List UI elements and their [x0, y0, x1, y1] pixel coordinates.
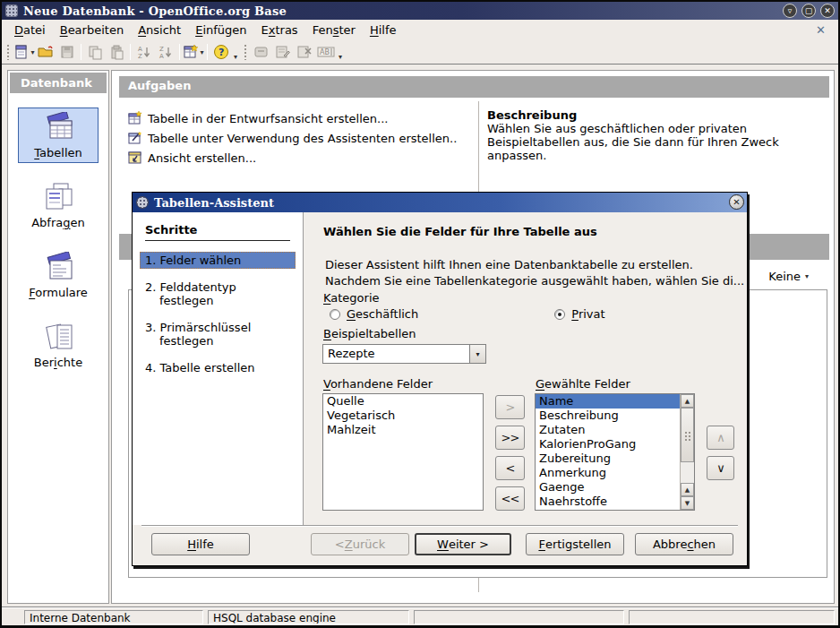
next-button[interactable]: Weiter >	[415, 533, 511, 555]
move-field-up-button[interactable]: ∧	[707, 426, 734, 450]
menu-ansicht[interactable]: Ansicht	[131, 21, 188, 39]
new-database-icon	[13, 44, 30, 60]
task-create-table-design[interactable]: Tabelle in der Entwurfsansicht erstellen…	[128, 108, 457, 128]
new-dropdown-arrow[interactable]: ▾	[30, 48, 34, 56]
list-item[interactable]: Zubereitung	[536, 452, 680, 466]
sidebar-item-label: Berichte	[34, 356, 82, 369]
svg-text:AB: AB	[320, 48, 330, 56]
list-item[interactable]: Quelle	[323, 394, 483, 409]
list-item[interactable]: Anmerkung	[536, 466, 680, 480]
status-cell-empty-2	[629, 610, 835, 624]
step-1-felder-waehlen[interactable]: 1. Felder wählen	[140, 252, 296, 269]
chevron-down-icon: ▾	[805, 272, 809, 280]
sample-tables-combobox[interactable]: Rezepte ▾	[322, 344, 486, 364]
tables-icon	[39, 112, 77, 144]
list-item[interactable]: Beschreibung	[536, 409, 680, 423]
delete-object-button[interactable]	[294, 42, 315, 62]
copy-button[interactable]	[84, 42, 106, 62]
forms-icon	[39, 252, 77, 284]
task-create-view[interactable]: Ansicht erstellen...	[128, 148, 457, 168]
combobox-dropdown-button[interactable]: ▾	[469, 345, 485, 363]
status-database-type: Interne Datenbank	[24, 610, 203, 624]
back-button[interactable]: < Zurück	[311, 533, 409, 555]
toolbar-grip-2[interactable]	[244, 44, 248, 60]
list-item[interactable]: Mahlzeit	[323, 423, 483, 437]
move-field-down-button[interactable]: ∨	[707, 456, 734, 480]
step-3-primaerschluessel[interactable]: 3. Primärschlüssel festlegen	[140, 319, 296, 349]
table-wizard-icon	[128, 131, 142, 145]
menu-extras[interactable]: Extras	[254, 21, 305, 39]
toolbar: ▾	[2, 40, 838, 65]
copy-icon	[88, 45, 103, 60]
radio-geschaeftlich[interactable]: Geschäftlich	[330, 307, 418, 321]
add-all-fields-button[interactable]: >>	[495, 426, 525, 450]
save-button[interactable]	[56, 42, 78, 62]
dialog-close-button[interactable]: ✕	[729, 194, 744, 210]
open-button[interactable]	[35, 42, 56, 62]
sidebar-item-tabellen[interactable]: Tabellen	[18, 108, 99, 163]
menu-datei[interactable]: Datei	[7, 21, 53, 39]
svg-text:?: ?	[219, 47, 224, 58]
toolbar-overflow-arrow[interactable]: ▾	[234, 53, 237, 61]
radio-privat[interactable]: Privat	[554, 307, 604, 321]
remove-all-fields-button[interactable]: <<	[495, 486, 525, 511]
sort-descending-button[interactable]: Z A	[155, 42, 176, 62]
menu-bearbeiten[interactable]: Bearbeiten	[53, 21, 131, 39]
new-database-button[interactable]: ▾	[13, 42, 35, 62]
paste-icon	[109, 45, 124, 60]
scroll-up-icon[interactable]: ▲	[681, 483, 694, 496]
task-create-table-wizard[interactable]: Tabelle unter Verwendung des Assistenten…	[128, 128, 457, 148]
app-icon	[5, 4, 18, 17]
menu-einfuegen[interactable]: Einfügen	[188, 21, 253, 39]
open-database-object-button[interactable]	[251, 42, 272, 62]
list-item[interactable]: Gaenge	[536, 480, 680, 495]
sort-ascending-button[interactable]: A Z	[133, 42, 155, 62]
new-table-design-button[interactable]: ▾	[183, 42, 204, 62]
sidebar-item-berichte[interactable]: Berichte	[18, 317, 99, 373]
close-button[interactable]: ✕	[820, 4, 835, 18]
rename-object-button[interactable]: AB	[315, 42, 337, 62]
selected-fields-list[interactable]: Name Beschreibung Zutaten KalorienProGan…	[535, 393, 695, 511]
list-item[interactable]: KalorienProGang	[536, 437, 680, 452]
maximize-button[interactable]: ▢	[801, 4, 816, 18]
add-field-button[interactable]: >	[495, 395, 525, 419]
step-4-tabelle-erstellen[interactable]: 4. Tabelle erstellen	[140, 359, 296, 376]
table-design-dropdown-arrow[interactable]: ▾	[200, 48, 203, 56]
toolbar-grip[interactable]	[6, 44, 11, 60]
sidebar-item-label: Abfragen	[31, 216, 85, 229]
sidebar-item-formulare[interactable]: Formulare	[18, 247, 99, 303]
svg-text:A: A	[138, 46, 142, 53]
scrollbar-thumb[interactable]	[681, 408, 694, 462]
document-close-icon[interactable]: ✕	[809, 23, 833, 37]
list-scrollbar[interactable]: ▲ ▲ ▼	[680, 394, 694, 510]
help-button[interactable]: ?	[210, 42, 232, 62]
menu-hilfe[interactable]: Hilfe	[363, 21, 404, 39]
preview-dropdown-label: Keine	[768, 270, 801, 283]
application-window: Neue Datenbank - OpenOffice.org Base ▿ ▢…	[0, 0, 840, 628]
preview-dropdown[interactable]: Keine ▾	[768, 270, 809, 283]
finish-button[interactable]: Fertigstellen	[526, 533, 624, 555]
menu-fenster[interactable]: Fenster	[305, 21, 363, 39]
radio-label: Privat	[571, 307, 604, 321]
available-fields-list[interactable]: Quelle Vegetarisch Mahlzeit	[322, 393, 484, 511]
list-item[interactable]: Naehrstoffe	[536, 495, 680, 509]
radio-circle-icon	[330, 309, 340, 320]
help-icon: ?	[213, 44, 229, 60]
svg-text:Z: Z	[138, 53, 142, 60]
remove-field-button[interactable]: <	[495, 456, 525, 480]
paste-button[interactable]	[106, 42, 127, 62]
step-2-felddatentyp[interactable]: 2. Felddatentyp festlegen	[140, 279, 296, 309]
list-item-selected[interactable]: Name	[536, 394, 680, 409]
list-item[interactable]: Zutaten	[536, 423, 680, 437]
cancel-button[interactable]: Abbrechen	[635, 533, 733, 555]
scroll-down-icon[interactable]: ▼	[681, 496, 694, 510]
list-item[interactable]: Vegetarisch	[323, 409, 483, 423]
scroll-up-icon[interactable]: ▲	[681, 394, 694, 408]
toolbar-overflow-arrow-2[interactable]: ▾	[339, 53, 342, 61]
help-button-dialog[interactable]: Hilfe	[151, 533, 250, 555]
sidebar-item-abfragen[interactable]: Abfragen	[18, 177, 99, 233]
combobox-value[interactable]: Rezepte	[323, 345, 469, 363]
edit-object-button[interactable]	[272, 42, 294, 62]
minimize-button[interactable]: ▿	[783, 4, 797, 18]
wizard-heading: Wählen Sie die Felder für Ihre Tabelle a…	[323, 225, 597, 238]
